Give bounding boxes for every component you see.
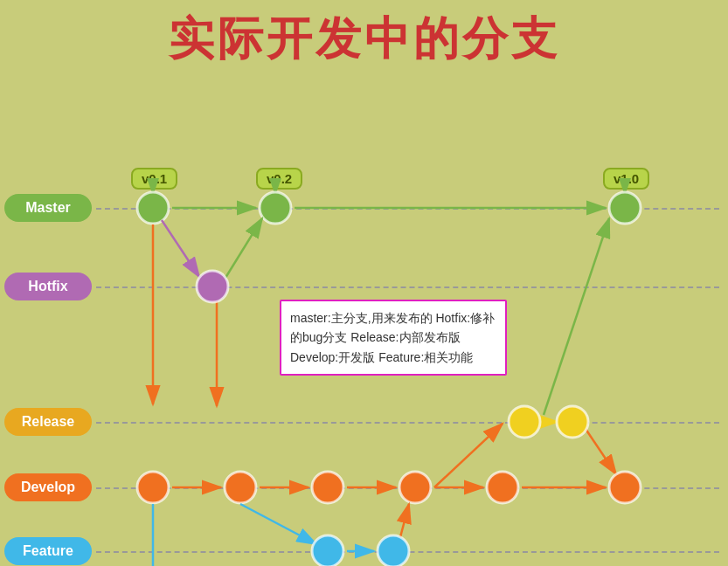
svg-point-32 [312,472,343,503]
tooltip-box: master:主分支,用来发布的 Hotfix:修补的bug分支 Release… [280,300,507,376]
svg-point-35 [609,472,641,503]
svg-point-34 [487,472,518,503]
svg-point-28 [509,406,540,438]
svg-point-13 [609,192,641,224]
diagram-area: Master Hotfix Release Develop Feature Fe… [0,83,728,566]
tooltip-text: master:主分支,用来发布的 Hotfix:修补的bug分支 Release… [290,311,495,364]
title: 实际开发中的分支 [0,0,728,70]
svg-point-40 [378,535,409,566]
svg-point-39 [312,535,343,566]
svg-line-38 [400,504,409,537]
svg-point-30 [137,472,169,503]
svg-point-31 [225,472,256,503]
svg-point-29 [557,406,588,438]
svg-point-12 [260,192,291,224]
svg-line-14 [162,220,199,277]
svg-point-17 [197,271,228,302]
svg-line-36 [240,504,316,544]
svg-line-15 [225,218,262,278]
svg-point-11 [137,192,169,224]
svg-line-27 [586,429,616,474]
svg-line-25 [544,218,609,415]
svg-point-33 [399,472,431,503]
